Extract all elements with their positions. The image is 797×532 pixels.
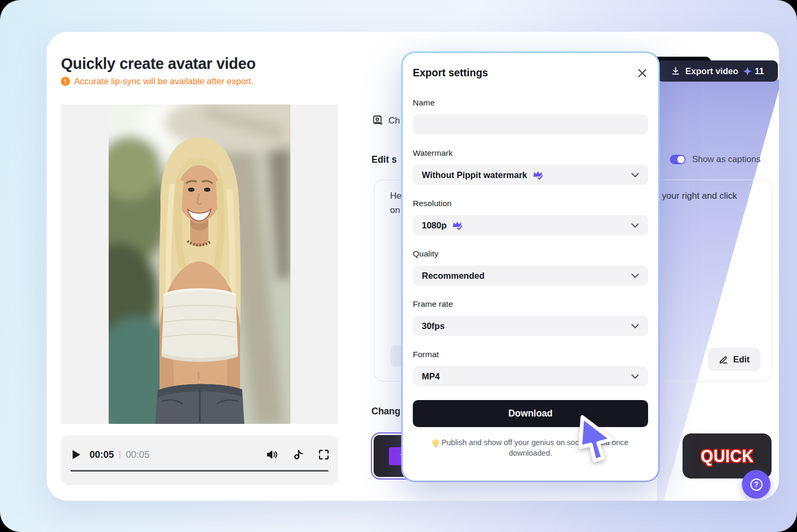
chevron-down-icon <box>631 273 639 278</box>
page-title: Quickly create avatar video <box>61 55 256 73</box>
script-text-fragment: on <box>390 205 400 216</box>
help-button[interactable]: ? <box>742 470 771 499</box>
script-text-fragment: your right and click <box>662 191 737 201</box>
resolution-value: 1080p <box>422 220 447 230</box>
download-button-label: Download <box>508 408 553 419</box>
main-card: Quickly create avatar video ! Accurate l… <box>47 32 779 501</box>
premium-crown-icon <box>451 220 463 230</box>
credit-count: 11 <box>755 66 764 76</box>
export-video-button[interactable]: Export video 11 <box>657 60 778 82</box>
tiktok-icon[interactable] <box>293 449 304 460</box>
export-video-label: Export video <box>685 66 738 76</box>
resolution-select[interactable]: 1080p <box>413 215 648 235</box>
modal-title: Export settings <box>413 67 488 79</box>
change-template-heading: Chang <box>371 406 400 417</box>
avatar-photo <box>109 104 290 424</box>
frame-rate-label: Frame rate <box>413 299 648 309</box>
quality-value: Recommended <box>422 271 484 281</box>
show-as-captions-toggle[interactable] <box>670 155 686 164</box>
toggle-knob <box>677 156 685 163</box>
premium-crown-icon <box>532 170 544 180</box>
close-icon[interactable] <box>636 67 648 79</box>
edit-button-label: Edit <box>733 354 749 365</box>
time-separator: | <box>119 450 121 459</box>
download-icon <box>671 66 680 76</box>
quick-template-label: QUICK <box>701 446 754 466</box>
change-avatar-item[interactable]: Ch <box>373 115 400 126</box>
quality-select[interactable]: Recommended <box>413 265 648 286</box>
chevron-down-icon <box>631 324 639 329</box>
format-select[interactable]: MP4 <box>413 366 648 386</box>
quality-label: Quality <box>413 249 648 259</box>
avatar-swap-icon <box>373 115 384 126</box>
video-player-bar: 00:05 | 00:05 <box>61 436 338 485</box>
export-settings-modal: Export settings Name Watermark Without P… <box>401 51 660 482</box>
frame-rate-select[interactable]: 30fps <box>413 316 648 336</box>
chevron-down-icon <box>631 374 639 379</box>
watermark-value: Without Pippit watermark <box>422 170 527 180</box>
warning-text: Accurate lip-sync will be available afte… <box>74 76 253 86</box>
show-as-captions-label: Show as captions <box>692 154 760 164</box>
current-time: 00:05 <box>90 449 114 460</box>
lightbulb-icon <box>432 439 439 446</box>
volume-icon[interactable] <box>266 449 279 460</box>
edit-script-button[interactable]: Edit <box>708 348 760 371</box>
sparkle-credit-icon <box>743 67 752 76</box>
frame-rate-value: 30fps <box>422 321 445 331</box>
resolution-label: Resolution <box>413 199 648 208</box>
name-input[interactable] <box>413 114 648 135</box>
chevron-down-icon <box>631 173 639 178</box>
warning-icon: ! <box>61 77 70 86</box>
question-icon: ? <box>750 478 763 491</box>
format-label: Format <box>413 350 648 359</box>
edit-script-heading: Edit s <box>371 154 397 165</box>
pencil-icon <box>719 354 729 365</box>
change-avatar-label: Ch <box>388 116 400 126</box>
fullscreen-icon[interactable] <box>318 449 330 460</box>
lip-sync-warning: ! Accurate lip-sync will be available af… <box>61 76 253 86</box>
format-value: MP4 <box>422 371 440 382</box>
script-text-fragment: He <box>390 191 402 201</box>
play-icon[interactable] <box>72 449 81 460</box>
chevron-down-icon <box>631 223 639 228</box>
watermark-select[interactable]: Without Pippit watermark <box>413 165 648 185</box>
name-label: Name <box>413 98 648 108</box>
mouse-cursor <box>577 413 618 467</box>
total-time: 00:05 <box>126 449 149 460</box>
watermark-label: Watermark <box>413 148 648 158</box>
video-preview[interactable] <box>61 104 338 424</box>
page-background: Quickly create avatar video ! Accurate l… <box>0 0 797 532</box>
video-progress[interactable] <box>70 470 329 472</box>
